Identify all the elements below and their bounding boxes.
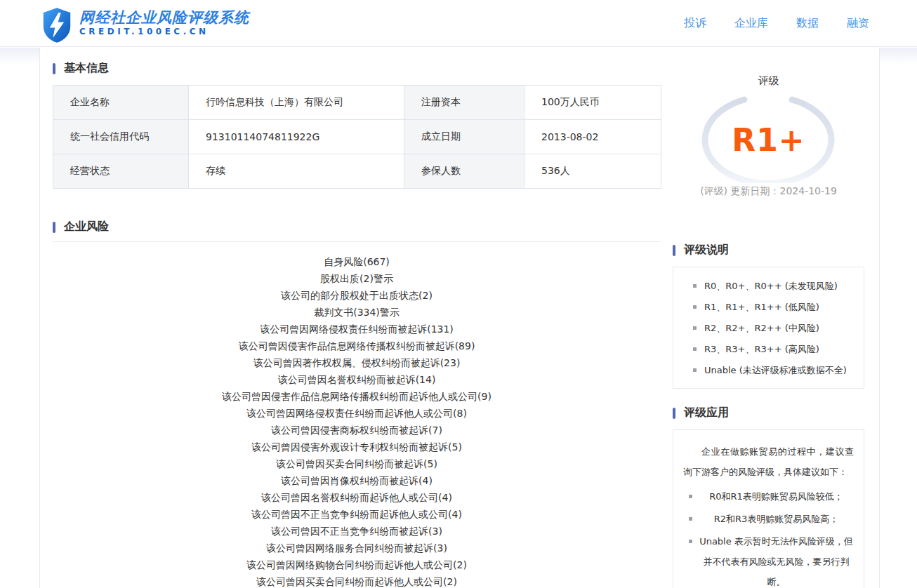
section-marker-icon <box>53 222 55 233</box>
rating-note-item: R1、R1+、R1++ (低风险) <box>673 297 864 318</box>
bullet-square-icon <box>693 347 697 351</box>
bullet-square-icon <box>693 326 697 330</box>
basic-info-heading: 基本信息 <box>53 61 661 76</box>
rating-note-text: R1、R1+、R1++ (低风险) <box>704 302 819 312</box>
basic-info-table: 企业名称 行吟信息科技（上海）有限公司 注册资本 100万人民币 统一社会信用代… <box>53 85 661 189</box>
table-row: 统一社会信用代码 91310114074811922G 成立日期 2013-08… <box>53 120 661 154</box>
risk-list-item: 该公司曾因网络侵权责任纠纷而被起诉(131) <box>53 321 661 338</box>
field-value: 存续 <box>189 154 404 189</box>
field-value: 91310114074811922G <box>189 120 404 154</box>
rating-usage-item: R0和R1表明赊账贸易风险较低； <box>683 486 854 507</box>
section-marker-icon <box>673 245 675 256</box>
risk-list-item: 该公司曾因名誉权纠纷而起诉他人或公司(4) <box>53 489 661 506</box>
rating-usage-intro: 企业在做赊账贸易的过程中，建议查询下游客户的风险评级，具体建议如下： <box>683 441 854 482</box>
nav-item[interactable]: 融资 <box>847 16 869 31</box>
bullet-square-icon <box>693 305 697 309</box>
risk-list-item: 该公司曾因侵害作品信息网络传播权纠纷而起诉他人或公司(9) <box>53 388 661 405</box>
risk-list-item: 该公司曾因网络服务合同纠纷而被起诉(3) <box>53 540 661 556</box>
rating-update-date: (评级) 更新日期：2024-10-19 <box>673 185 864 198</box>
basic-info-title: 基本信息 <box>64 61 109 76</box>
rating-usage-list: R0和R1表明赊账贸易风险较低； R2和R3表明赊账贸易风险高； Unable … <box>683 486 854 588</box>
risk-list-item: 该公司曾因网络侵权责任纠纷而起诉他人或公司(8) <box>53 405 661 422</box>
shield-lightning-icon <box>41 7 73 44</box>
bullet-square-icon <box>689 517 692 521</box>
risk-list-item: 该公司曾因侵害作品信息网络传播权纠纷而被起诉(89) <box>53 338 661 354</box>
risk-divider <box>53 241 661 242</box>
field-label: 企业名称 <box>53 86 189 120</box>
table-row: 企业名称 行吟信息科技（上海）有限公司 注册资本 100万人民币 <box>53 86 661 120</box>
field-value: 536人 <box>525 154 661 189</box>
risk-list-item: 自身风险(667) <box>53 253 661 270</box>
field-value: 行吟信息科技（上海）有限公司 <box>189 86 404 120</box>
rating-note-text: R2、R2+、R2++ (中风险) <box>704 323 819 333</box>
rating-notes-heading: 评级说明 <box>673 243 864 258</box>
section-marker-icon <box>673 408 675 419</box>
risk-list-item: 该公司曾因名誉权纠纷而被起诉(14) <box>53 371 661 388</box>
table-row: 经营状态 存续 参保人数 536人 <box>53 154 661 189</box>
bullet-square-icon <box>693 284 697 288</box>
risk-title: 企业风险 <box>64 220 109 234</box>
nav-item[interactable]: 数据 <box>796 16 819 31</box>
rating-note-item: Unable (未达评级标准或数据不全) <box>673 360 864 381</box>
rating-usage-heading: 评级应用 <box>673 406 864 420</box>
logo-title: 网经社企业风险评级系统 <box>79 9 249 26</box>
field-label: 经营状态 <box>53 154 189 189</box>
rating-note-item: R3、R3+、R3++ (高风险) <box>673 339 864 360</box>
rating-note-text: Unable (未达评级标准或数据不全) <box>704 365 847 375</box>
risk-list-item: 该公司曾因侵害商标权纠纷而被起诉(7) <box>53 422 661 439</box>
rating-label: 评级 <box>673 74 864 88</box>
rating-usage-section: 评级应用 企业在做赊账贸易的过程中，建议查询下游客户的风险评级，具体建议如下： … <box>673 406 864 588</box>
risk-list: 自身风险(667)股权出质(2)警示该公司的部分股权处于出质状态(2)裁判文书(… <box>53 253 661 588</box>
rating-usage-text: Unable 表示暂时无法作风险评级，但并不代表有风险或无风险，要另行判断。 <box>699 536 853 587</box>
site-logo[interactable]: 网经社企业风险评级系统 CREDIT.100EC.CN <box>41 3 249 44</box>
field-value: 100万人民币 <box>525 86 661 120</box>
rating-note-item: R0、R0+、R0++ (未发现风险) <box>673 276 864 297</box>
risk-list-item: 该公司曾因侵害外观设计专利权纠纷而被起诉(5) <box>53 439 661 455</box>
rating-usage-item: R2和R3表明赊账贸易风险高； <box>683 509 854 529</box>
risk-list-item: 该公司的部分股权处于出质状态(2) <box>53 287 661 304</box>
risk-list-item: 股权出质(2)警示 <box>53 270 661 287</box>
field-label: 统一社会信用代码 <box>53 120 189 154</box>
rating-value: R1+ <box>673 122 864 158</box>
logo-domain: CREDIT.100EC.CN <box>79 26 249 37</box>
rating-note-text: R3、R3+、R3++ (高风险) <box>704 344 819 354</box>
risk-list-item: 该公司曾因买卖合同纠纷而被起诉(5) <box>53 455 661 472</box>
page-header: 网经社企业风险评级系统 CREDIT.100EC.CN 投诉企业库数据融资 <box>0 0 917 47</box>
risk-list-item: 裁判文书(334)警示 <box>53 304 661 321</box>
field-value: 2013-08-02 <box>525 120 661 154</box>
rating-notes-section: 评级说明 R0、R0+、R0++ (未发现风险) R1、R1+、R1++ (低风… <box>673 243 864 389</box>
nav-item[interactable]: 投诉 <box>684 16 706 31</box>
logo-text: 网经社企业风险评级系统 CREDIT.100EC.CN <box>79 9 249 37</box>
risk-list-item: 该公司曾因买卖合同纠纷而起诉他人或公司(2) <box>53 573 661 588</box>
rating-notes-list: R0、R0+、R0++ (未发现风险) R1、R1+、R1++ (低风险) R2… <box>673 267 864 389</box>
rating-usage-text: R0和R1表明赊账贸易风险较低； <box>709 491 843 502</box>
field-label: 成立日期 <box>404 120 525 154</box>
rating-notes-title: 评级说明 <box>684 243 729 258</box>
risk-list-item: 该公司曾因著作权权属、侵权纠纷而被起诉(23) <box>53 354 661 371</box>
bullet-square-icon <box>689 540 692 543</box>
risk-list-item: 该公司曾因肖像权纠纷而被起诉(4) <box>53 472 661 489</box>
rating-widget: 评级 R1+ (评级) 更新日期：2024-10-19 <box>673 74 864 229</box>
risk-list-item: 该公司曾因不正当竞争纠纷而被起诉(3) <box>53 523 661 540</box>
nav-item[interactable]: 企业库 <box>734 16 768 31</box>
risk-list-item: 该公司曾因不正当竞争纠纷而起诉他人或公司(4) <box>53 506 661 523</box>
bullet-square-icon <box>689 495 692 498</box>
rating-note-item: R2、R2+、R2++ (中风险) <box>673 318 864 339</box>
section-marker-icon <box>53 63 55 74</box>
field-label: 参保人数 <box>404 154 525 189</box>
rating-note-text: R0、R0+、R0++ (未发现风险) <box>704 281 838 291</box>
bullet-square-icon <box>693 368 697 372</box>
rating-usage-title: 评级应用 <box>684 406 729 420</box>
risk-list-item: 该公司曾因网络购物合同纠纷而起诉他人或公司(2) <box>53 556 661 573</box>
rating-usage-text: R2和R3表明赊账贸易风险高； <box>714 514 839 524</box>
main-column: 基本信息 企业名称 行吟信息科技（上海）有限公司 注册资本 100万人民币 统一… <box>53 48 661 588</box>
field-label: 注册资本 <box>404 86 525 120</box>
risk-heading: 企业风险 <box>53 220 661 234</box>
top-nav: 投诉企业库数据融资 <box>684 16 869 31</box>
rating-usage-item: Unable 表示暂时无法作风险评级，但并不代表有风险或无风险，要另行判断。 <box>683 531 854 588</box>
content-frame: 基本信息 企业名称 行吟信息科技（上海）有限公司 注册资本 100万人民币 统一… <box>39 48 880 588</box>
rating-usage-box: 企业在做赊账贸易的过程中，建议查询下游客户的风险评级，具体建议如下： R0和R1… <box>673 429 864 588</box>
